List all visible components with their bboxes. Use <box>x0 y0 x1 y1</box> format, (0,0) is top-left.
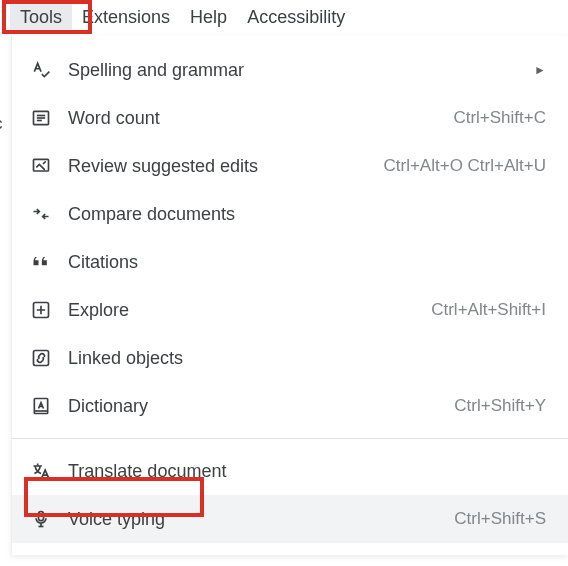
menu-shortcut: Ctrl+Shift+C <box>453 108 546 128</box>
menu-item-review[interactable]: Review suggested edits Ctrl+Alt+O Ctrl+A… <box>12 142 568 190</box>
menu-item-explore[interactable]: Explore Ctrl+Alt+Shift+I <box>12 286 568 334</box>
tools-dropdown: Spelling and grammar ► Word count Ctrl+S… <box>11 36 568 555</box>
menu-item-spelling[interactable]: Spelling and grammar ► <box>12 46 568 94</box>
explore-icon <box>30 299 52 321</box>
svg-rect-6 <box>34 351 49 366</box>
menubar-item-accessibility[interactable]: Accessibility <box>237 1 355 34</box>
menu-label: Translate document <box>68 461 546 482</box>
translate-icon <box>30 460 52 482</box>
wordcount-icon <box>30 107 52 129</box>
menu-item-wordcount[interactable]: Word count Ctrl+Shift+C <box>12 94 568 142</box>
dictionary-icon <box>30 395 52 417</box>
mic-icon <box>30 508 52 530</box>
menu-item-citations[interactable]: Citations <box>12 238 568 286</box>
menu-label: Voice typing <box>68 509 454 530</box>
menubar-label: Extensions <box>82 7 170 27</box>
review-icon <box>30 155 52 177</box>
menu-item-voice-typing[interactable]: Voice typing Ctrl+Shift+S <box>12 495 568 543</box>
menu-shortcut: Ctrl+Shift+S <box>454 509 546 529</box>
citations-icon <box>30 251 52 273</box>
menubar-item-tools[interactable]: Tools <box>10 1 72 34</box>
menu-label: Compare documents <box>68 204 546 225</box>
menu-label: Dictionary <box>68 396 454 417</box>
compare-icon <box>30 203 52 225</box>
chevron-right-icon: ► <box>534 63 546 77</box>
menu-divider <box>12 438 568 439</box>
menubar-label: Help <box>190 7 227 27</box>
menu-label: Explore <box>68 300 431 321</box>
menu-shortcut: Ctrl+Shift+Y <box>454 396 546 416</box>
menu-label: Linked objects <box>68 348 546 369</box>
menu-label: Citations <box>68 252 546 273</box>
spellcheck-icon <box>30 59 52 81</box>
menu-item-compare[interactable]: Compare documents <box>12 190 568 238</box>
menubar-label: Tools <box>20 7 62 27</box>
background-text: c <box>0 114 3 134</box>
menu-shortcut: Ctrl+Alt+Shift+I <box>431 300 546 320</box>
menu-label: Spelling and grammar <box>68 60 526 81</box>
linked-icon <box>30 347 52 369</box>
menu-shortcut: Ctrl+Alt+O Ctrl+Alt+U <box>384 156 547 176</box>
menu-label: Word count <box>68 108 453 129</box>
menubar-item-extensions[interactable]: Extensions <box>72 1 180 34</box>
menu-label: Review suggested edits <box>68 156 384 177</box>
svg-rect-9 <box>39 512 44 521</box>
menu-item-linked[interactable]: Linked objects <box>12 334 568 382</box>
menubar-item-help[interactable]: Help <box>180 1 237 34</box>
menu-item-dictionary[interactable]: Dictionary Ctrl+Shift+Y <box>12 382 568 430</box>
menu-item-translate[interactable]: Translate document <box>12 447 568 495</box>
menubar: Tools Extensions Help Accessibility <box>0 0 568 34</box>
menubar-label: Accessibility <box>247 7 345 27</box>
